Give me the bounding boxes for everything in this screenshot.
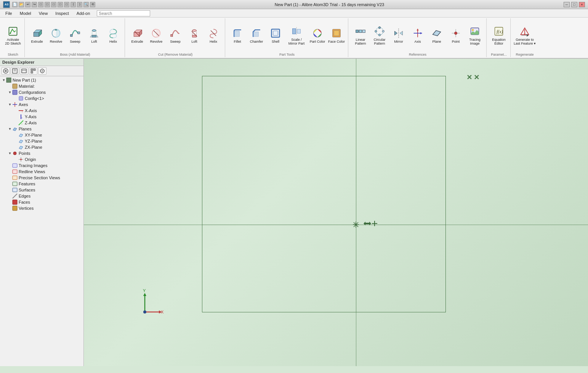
point-icon xyxy=(450,27,462,39)
de-config-btn[interactable] xyxy=(29,67,37,75)
point-button[interactable]: Point xyxy=(447,26,465,45)
tb9[interactable]: ⟲ xyxy=(90,2,95,7)
svg-point-57 xyxy=(472,29,474,31)
tree-item-material[interactable]: Material: xyxy=(0,83,83,89)
tree-item-features[interactable]: Features xyxy=(0,181,83,187)
tree-item-redline-views[interactable]: Redline Views xyxy=(0,169,83,175)
tree-item-configurations[interactable]: ▼ Configurations xyxy=(0,89,83,95)
tree-item-surfaces[interactable]: Surfaces xyxy=(0,187,83,193)
shell-button[interactable]: Shell xyxy=(266,26,285,45)
tree-label-points: Points xyxy=(19,151,30,156)
tree-item-yz-plane[interactable]: YZ-Plane xyxy=(0,138,83,144)
chamfer-button[interactable]: Chamfer xyxy=(247,26,266,45)
helix-cut-button[interactable]: Helix xyxy=(204,26,223,45)
tree-item-new-part[interactable]: ▼ New Part (1) xyxy=(0,77,83,83)
svg-marker-52 xyxy=(433,31,441,36)
sweep-boss-button[interactable]: Sweep xyxy=(66,26,84,45)
tree-label-yz-plane: YZ-Plane xyxy=(25,139,42,143)
tree-item-tracing-images[interactable]: Tracing Images xyxy=(0,162,83,169)
close-btn[interactable]: × xyxy=(579,2,585,7)
maximize-btn[interactable]: □ xyxy=(571,2,577,7)
toggle-points[interactable]: ▼ xyxy=(8,151,12,155)
loft-cut-button[interactable]: Loft xyxy=(185,26,203,45)
redo-icon[interactable]: ↪ xyxy=(32,2,37,7)
tree-label-surfaces: Surfaces xyxy=(19,188,35,192)
toggle-configurations[interactable]: ▼ xyxy=(8,90,12,94)
svg-point-43 xyxy=(382,30,384,32)
tree-item-zx-plane[interactable]: ZX-Plane xyxy=(0,144,83,150)
minimize-btn[interactable]: ─ xyxy=(564,2,570,7)
menu-file[interactable]: File xyxy=(2,9,16,17)
tree-item-x-axis[interactable]: × X-Axis xyxy=(0,108,83,114)
tree-item-faces[interactable]: Faces xyxy=(0,199,83,205)
tree-item-vertices[interactable]: Vertices xyxy=(0,205,83,211)
svg-point-121 xyxy=(143,310,146,314)
toggle-new-part[interactable]: ▼ xyxy=(2,78,6,82)
tree-item-planes[interactable]: ▼ Planes xyxy=(0,126,83,132)
undo-icon[interactable]: ↩ xyxy=(25,2,30,7)
tree-item-origin[interactable]: Origin xyxy=(0,156,83,162)
viewport[interactable]: ✕ ✕ Y X xyxy=(84,59,588,366)
tb7[interactable]: ⟩ xyxy=(77,2,82,7)
tree-item-precise-section-views[interactable]: Precise Section Views xyxy=(0,175,83,181)
new-icon[interactable]: 📄 xyxy=(12,2,18,7)
open-icon[interactable]: 📂 xyxy=(19,2,24,7)
tb2[interactable]: □ xyxy=(45,2,50,7)
tb4[interactable]: □ xyxy=(58,2,63,7)
svg-rect-28 xyxy=(273,31,278,35)
tree-item-xy-plane[interactable]: XY-Plane xyxy=(0,132,83,138)
tree-item-points[interactable]: ▼ Points xyxy=(0,150,83,156)
svg-rect-104 xyxy=(13,188,17,192)
toggle-axes[interactable]: ▼ xyxy=(8,103,12,106)
loft-boss-button[interactable]: Loft xyxy=(85,26,103,45)
tb1[interactable]: □ xyxy=(38,2,43,7)
de-tree-btn[interactable] xyxy=(11,67,19,75)
tree-item-z-axis[interactable]: × Z-Axis xyxy=(0,120,83,126)
axis-button[interactable]: Axis xyxy=(409,26,427,45)
circular-pattern-button[interactable]: CircularPattern xyxy=(370,24,389,47)
tb6[interactable]: ⟨ xyxy=(70,2,76,7)
plane-button[interactable]: Plane xyxy=(428,26,446,45)
tree-item-axes[interactable]: ▼ Axes xyxy=(0,101,83,108)
search-input[interactable] xyxy=(97,10,150,16)
tb5[interactable]: □ xyxy=(64,2,69,7)
menu-addon[interactable]: Add-on xyxy=(73,9,94,17)
menu-view[interactable]: View xyxy=(35,9,52,17)
svg-rect-107 xyxy=(13,206,17,211)
tree-item-edges[interactable]: Edges xyxy=(0,193,83,199)
tree-label-planes: Planes xyxy=(19,127,32,131)
toggle-planes[interactable]: ▼ xyxy=(8,127,12,131)
tracing-image-button[interactable]: TracingImage xyxy=(466,24,484,47)
scale-mirror-part-button[interactable]: Scale /Mirror Part xyxy=(285,24,308,47)
menu-inspect[interactable]: Inspect xyxy=(51,9,72,17)
menu-model[interactable]: Model xyxy=(16,9,35,17)
linear-pattern-button[interactable]: LinearPattern xyxy=(351,24,370,47)
revolve-boss-button[interactable]: Revolve xyxy=(47,26,65,45)
generate-to-last-feature-button[interactable]: Generate toLast Feature ▾ xyxy=(514,24,536,47)
mirror-button[interactable]: Mirror xyxy=(389,26,408,45)
tb8[interactable]: 🔍 xyxy=(83,2,89,7)
de-list-btn[interactable] xyxy=(20,67,28,75)
de-settings-btn[interactable] xyxy=(38,67,46,75)
svg-rect-37 xyxy=(359,30,362,33)
revolve-cut-button[interactable]: Revolve xyxy=(147,26,165,45)
part-color-button[interactable]: Part Color xyxy=(308,26,327,45)
svg-rect-83 xyxy=(19,96,23,100)
tree-label-precise-section-views: Precise Section Views xyxy=(19,175,60,180)
equation-editor-button[interactable]: f(x) EquationEditor xyxy=(490,24,508,47)
extrude-boss-button[interactable]: Extrude xyxy=(28,26,46,45)
tree-label-zx-plane: ZX-Plane xyxy=(25,145,42,150)
helix-boss-button[interactable]: Helix xyxy=(104,26,122,45)
svg-rect-25 xyxy=(234,31,239,37)
face-color-button[interactable]: Face Color xyxy=(327,26,346,45)
tb3[interactable]: □ xyxy=(51,2,56,7)
de-home-btn[interactable] xyxy=(2,67,10,75)
tree-item-y-axis[interactable]: × Y-Axis xyxy=(0,114,83,120)
tree-item-config1[interactable]: Config<1> xyxy=(0,95,83,101)
revolve-cut-label: Revolve xyxy=(150,40,163,44)
fillet-button[interactable]: Fillet xyxy=(228,26,247,45)
svg-point-20 xyxy=(192,29,197,31)
sweep-cut-button[interactable]: Sweep xyxy=(166,26,184,45)
activate-2d-sketch-button[interactable]: Activate2D Sketch xyxy=(4,24,22,47)
extrude-cut-button[interactable]: Extrude xyxy=(128,26,146,45)
